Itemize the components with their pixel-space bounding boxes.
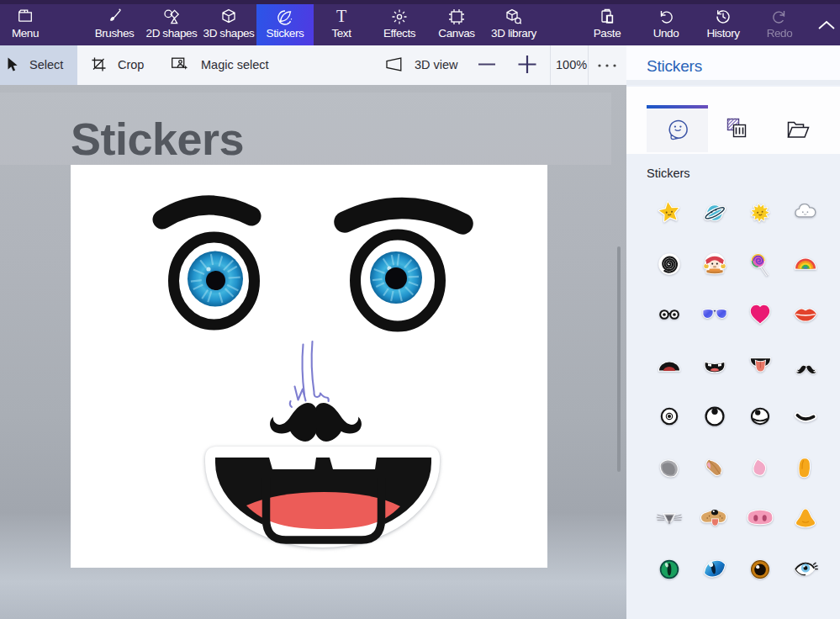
svg-text:T: T bbox=[336, 8, 346, 25]
